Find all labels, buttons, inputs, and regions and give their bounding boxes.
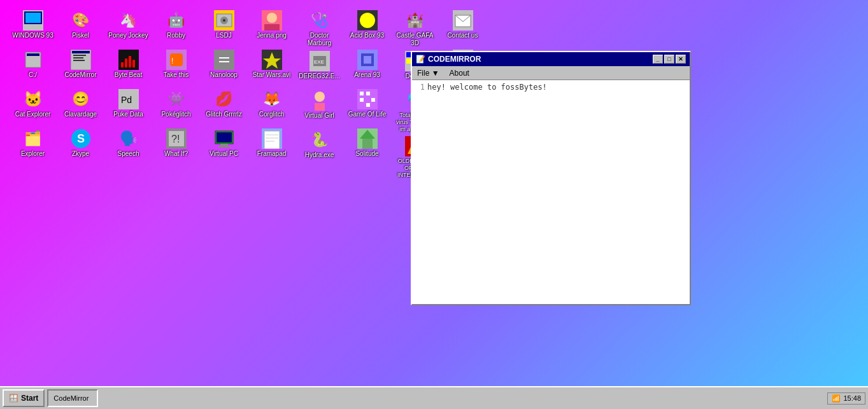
svg-rect-61 <box>360 98 364 102</box>
close-button[interactable]: ✕ <box>676 55 686 64</box>
poney-jockey-icon: 🦄 <box>118 10 139 31</box>
pokeglitch-icon: 👾 <box>166 89 187 109</box>
svg-text:?!: ?! <box>171 134 180 144</box>
start-button[interactable]: 🪟 Start <box>3 389 45 407</box>
icon-game-of-life[interactable]: Game Of Life <box>345 88 390 126</box>
doctor-marburg-icon: 🩺 <box>309 10 330 31</box>
svg-rect-40 <box>264 24 280 31</box>
network-icon: 📶 <box>832 394 841 403</box>
icon-codemirror[interactable]: CodeMirror <box>59 48 103 87</box>
cz-label: C:/ <box>29 71 37 79</box>
maximize-button[interactable]: □ <box>664 55 674 64</box>
svg-rect-11 <box>73 60 85 61</box>
svg-rect-44 <box>264 131 280 149</box>
clavardage-icon: 😊 <box>71 89 91 109</box>
hydra-exe-icon: 🐍 <box>309 130 330 150</box>
icon-glitch-grrrrlz[interactable]: 💋 Glitch Grrrrlz <box>202 88 246 126</box>
icon-acid-box-93[interactable]: Acid Box 93 <box>345 9 390 47</box>
icon-dereg32e[interactable]: EXE DEREG32.E... <box>297 50 342 88</box>
window-title-text: CODEMIRROR <box>428 55 481 64</box>
window-controls: _ □ ✕ <box>653 55 686 64</box>
window-title-icon: 📝 <box>416 55 425 64</box>
pokeglitch-label: Pokéglitch <box>161 111 190 118</box>
icon-arena-93[interactable]: Arena 93 <box>345 48 390 87</box>
icon-star-wars-avi[interactable]: Star Wars.avi <box>250 48 294 87</box>
hydra-exe-label: Hydra.exe <box>305 151 334 159</box>
icon-contact-us[interactable]: Contact us <box>441 9 485 47</box>
icon-jenna-png[interactable]: Jenna.png <box>250 9 294 47</box>
icon-nanoloop[interactable]: Nanoloop <box>202 48 246 87</box>
svg-rect-63 <box>366 103 370 107</box>
minimize-button[interactable]: _ <box>653 55 663 64</box>
clavardage-label: Clavardage <box>64 111 97 118</box>
codemirror-label: CodeMirror <box>64 71 96 79</box>
framapad-icon <box>262 128 282 149</box>
menu-file[interactable]: File ▼ <box>415 68 442 78</box>
svg-rect-18 <box>132 60 135 67</box>
icon-what-if[interactable]: ?! What If? <box>154 127 199 165</box>
svg-rect-32 <box>219 57 229 59</box>
icon-corglitch[interactable]: 🦊 Corglitch <box>250 88 294 126</box>
icon-column-2: 🎨 Piskel CodeMirror 😊 Clavardage <box>57 9 104 180</box>
icon-puke-data[interactable]: Pd Puke Data <box>106 88 151 126</box>
icon-cat-explorer[interactable]: 🐱 Cat Explorer <box>11 88 55 126</box>
line-numbers: 1 <box>415 83 427 302</box>
jenna-png-label: Jenna.png <box>257 32 287 39</box>
svg-point-54 <box>360 13 375 28</box>
icon-explorer[interactable]: 🗂️ Explorer <box>11 127 55 165</box>
taskbar-codemirror[interactable]: CodeMirror <box>47 389 98 407</box>
start-label: Start <box>21 394 38 403</box>
contact-us-label: Contact us <box>448 32 478 39</box>
codemirror-window: 📝 CODEMIRROR _ □ ✕ File ▼ About 1 hey! w… <box>411 51 691 305</box>
svg-rect-9 <box>73 55 86 56</box>
corglitch-icon: 🦊 <box>262 89 282 109</box>
lsdj-label: LSDJ <box>216 32 231 39</box>
virtual-girl-icon <box>309 90 330 111</box>
svg-rect-57 <box>364 56 371 64</box>
icon-clavardage[interactable]: 😊 Clavardage <box>59 88 103 126</box>
icon-zkype[interactable]: S Zkype <box>59 127 103 165</box>
icon-solitude[interactable]: Solitude <box>345 127 390 165</box>
puke-data-label: Puke Data <box>113 111 143 118</box>
take-this-label: Take this <box>164 71 189 79</box>
icon-castle-gafa-3d[interactable]: 🏰 Castle GAFA 3D <box>393 9 438 48</box>
icon-lsdj[interactable]: LSDJ <box>202 9 246 47</box>
svg-text:EXE: EXE <box>314 59 324 65</box>
icon-speech[interactable]: 🗣️ Speech <box>106 127 151 165</box>
svg-rect-15 <box>121 62 124 67</box>
speech-label: Speech <box>118 150 139 158</box>
icon-robby[interactable]: 🤖 Robby <box>154 9 199 47</box>
icon-hydra-exe[interactable]: 🐍 Hydra.exe <box>297 128 342 167</box>
svg-rect-2 <box>25 13 41 23</box>
windows93-label: WINDOWS 93 <box>12 32 53 39</box>
icon-doctor-marburg[interactable]: 🩺 Doctor Marburg <box>297 9 342 48</box>
icon-cz[interactable]: C:/ <box>11 48 55 87</box>
dereg32e-label: DEREG32.E... <box>299 73 339 80</box>
icon-column-4: 🤖 Robby ! Take this 👾 Pokéglitch <box>152 9 200 180</box>
cat-explorer-label: Cat Explorer <box>15 111 51 118</box>
cz-icon <box>23 50 43 70</box>
start-icon: 🪟 <box>9 394 18 403</box>
icon-pokeglitch[interactable]: 👾 Pokéglitch <box>154 88 199 126</box>
taskbar-time: 📶 15:48 <box>827 392 865 405</box>
icon-windows93[interactable]: WINDOWS 93 <box>11 9 55 47</box>
window-titlebar[interactable]: 📝 CODEMIRROR _ □ ✕ <box>412 52 690 66</box>
svg-rect-16 <box>125 59 127 67</box>
svg-text:S: S <box>76 132 84 145</box>
byte-beat-icon <box>118 50 139 70</box>
icon-byte-beat[interactable]: Byte Beat <box>106 48 151 87</box>
icon-virtual-pc[interactable]: Virtual PC <box>202 127 246 165</box>
svg-rect-62 <box>371 98 375 102</box>
dereg32e-icon: EXE <box>309 51 330 71</box>
icon-virtual-girl[interactable]: Virtual Girl <box>297 89 342 127</box>
speech-icon: 🗣️ <box>118 128 139 149</box>
icon-piskel[interactable]: 🎨 Piskel <box>59 9 103 47</box>
menu-about[interactable]: About <box>447 68 472 78</box>
icon-poney-jockey[interactable]: 🦄 Poney Jockey <box>106 9 151 47</box>
code-area[interactable]: hey! welcome to fossBytes! <box>427 83 687 302</box>
castle-gafa-3d-icon: 🏰 <box>405 10 425 31</box>
glitch-grrrrlz-icon: 💋 <box>214 89 234 109</box>
icon-take-this[interactable]: ! Take this <box>154 48 199 87</box>
icon-framapad[interactable]: Framapad <box>250 127 294 165</box>
cat-explorer-icon: 🐱 <box>23 89 43 109</box>
